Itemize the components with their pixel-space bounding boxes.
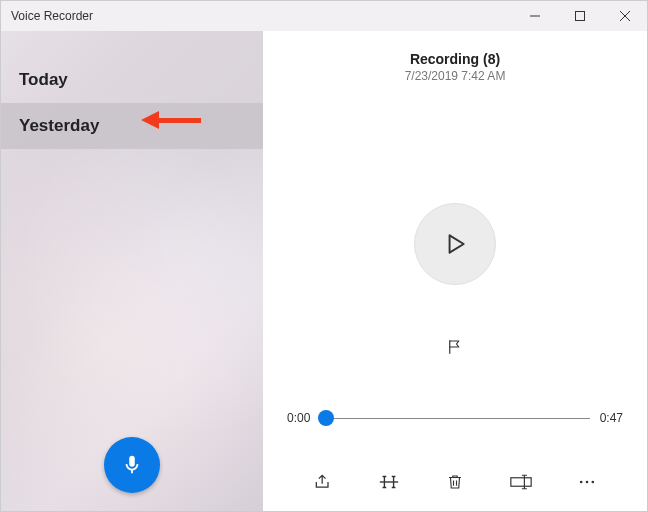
maximize-button[interactable] — [557, 1, 602, 31]
svg-rect-1 — [575, 12, 584, 21]
svg-point-7 — [580, 481, 583, 484]
group-label: Yesterday — [19, 116, 99, 136]
svg-point-8 — [586, 481, 589, 484]
playback-panel: Recording (8) 7/23/2019 7:42 AM 0:00 0:4… — [263, 31, 647, 511]
recording-datetime: 7/23/2019 7:42 AM — [405, 69, 506, 83]
recording-title: Recording (8) — [410, 51, 500, 67]
delete-button[interactable] — [442, 469, 468, 495]
trash-icon — [446, 472, 464, 492]
svg-point-9 — [592, 481, 595, 484]
duration-time: 0:47 — [600, 411, 623, 425]
close-icon — [620, 11, 630, 21]
app-window: Voice Recorder Today Yesterday — [0, 0, 648, 512]
sidebar-group-yesterday[interactable]: Yesterday — [1, 103, 263, 149]
trim-icon — [378, 472, 400, 492]
share-icon — [313, 472, 333, 492]
slider-thumb[interactable] — [318, 410, 334, 426]
group-label: Today — [19, 70, 68, 90]
rename-button[interactable] — [508, 469, 534, 495]
current-time: 0:00 — [287, 411, 310, 425]
action-bar — [263, 469, 647, 495]
maximize-icon — [575, 11, 585, 21]
rename-icon — [510, 474, 532, 490]
annotation-arrow — [141, 111, 201, 129]
title-bar: Voice Recorder — [1, 1, 647, 31]
record-button[interactable] — [104, 437, 160, 493]
close-button[interactable] — [602, 1, 647, 31]
play-button[interactable] — [414, 203, 496, 285]
trim-button[interactable] — [376, 469, 402, 495]
flag-icon — [446, 338, 464, 356]
playback-slider-row: 0:00 0:47 — [287, 411, 623, 425]
svg-rect-5 — [511, 478, 531, 486]
play-icon — [442, 231, 468, 257]
add-marker-button[interactable] — [441, 333, 469, 361]
more-button[interactable] — [574, 469, 600, 495]
playback-slider[interactable] — [320, 418, 589, 419]
sidebar-group-today[interactable]: Today — [1, 57, 263, 103]
minimize-button[interactable] — [512, 1, 557, 31]
more-icon — [577, 472, 597, 492]
window-controls — [512, 1, 647, 31]
minimize-icon — [530, 11, 540, 21]
share-button[interactable] — [310, 469, 336, 495]
app-title: Voice Recorder — [11, 9, 93, 23]
app-body: Today Yesterday Recording (8) 7/23/2019 … — [1, 31, 647, 511]
recordings-sidebar: Today Yesterday — [1, 31, 263, 511]
microphone-icon — [121, 454, 143, 476]
